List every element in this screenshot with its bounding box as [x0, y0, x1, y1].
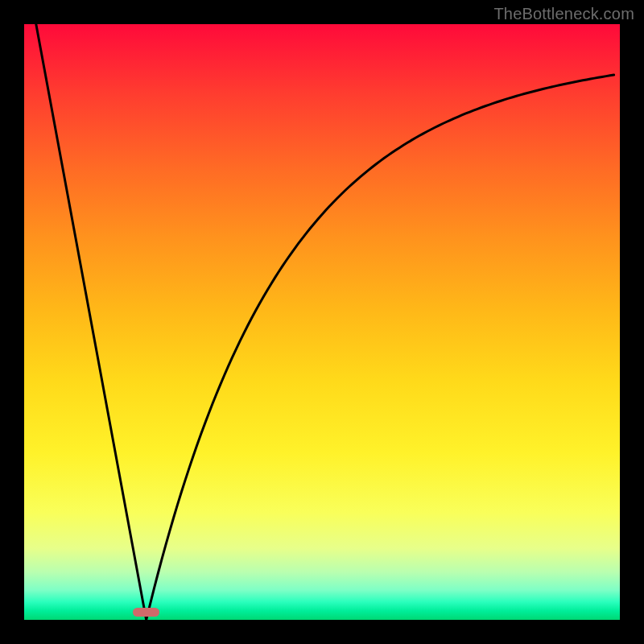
curve-path: [36, 24, 614, 620]
bottleneck-curve: [24, 24, 620, 620]
optimum-marker: [133, 608, 159, 617]
plot-area: [24, 24, 620, 620]
watermark-text: TheBottleneck.com: [493, 5, 634, 23]
chart-frame: TheBottleneck.com: [0, 0, 644, 644]
